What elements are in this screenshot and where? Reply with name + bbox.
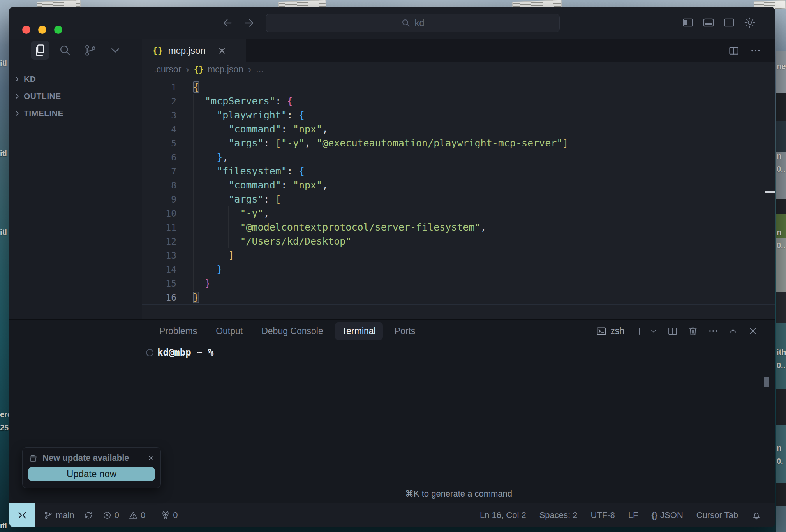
status-git-branch[interactable]: main: [44, 510, 74, 520]
line-number: 2: [142, 94, 176, 108]
activity-chevron-down-icon[interactable]: [106, 41, 125, 60]
gear-icon[interactable]: [744, 16, 756, 29]
terminal-prompt-row: kd@mbp ~ %: [146, 347, 214, 358]
code-line[interactable]: 15 }: [142, 277, 775, 291]
zoom-window-button[interactable]: [54, 26, 62, 34]
sidebar-section-outline[interactable]: OUTLINE: [9, 90, 142, 103]
breadcrumb-separator: ›: [186, 64, 189, 75]
command-decoration-icon[interactable]: [146, 349, 153, 356]
panel-tab-output[interactable]: Output: [209, 322, 250, 340]
editor-scrollbar-handle[interactable]: [765, 191, 775, 193]
code-text: }: [193, 262, 222, 277]
desktop-icon-label: 0..: [777, 165, 785, 173]
sidebar-section-kd[interactable]: KD: [9, 72, 142, 86]
status-radio-tower[interactable]: 0: [161, 510, 178, 520]
tab-label: mcp.json: [168, 45, 206, 56]
desktop-thumbnail: [776, 292, 786, 323]
git-branch-icon: [44, 511, 53, 520]
trash-icon[interactable]: [687, 326, 698, 336]
sidebar-section-timeline[interactable]: TIMELINE: [9, 107, 142, 120]
left-nav-icon[interactable]: [221, 16, 234, 30]
breadcrumb-item[interactable]: ...: [256, 64, 263, 75]
panel-left-icon[interactable]: [682, 16, 694, 29]
status-sync[interactable]: [84, 511, 93, 520]
update-now-button[interactable]: Update now: [28, 467, 155, 481]
split-editor-icon[interactable]: [728, 45, 740, 56]
desktop-icon-label: itl: [0, 150, 7, 157]
line-number: 12: [142, 234, 176, 248]
titlebar: kd: [9, 7, 775, 39]
ellipsis-icon[interactable]: [750, 45, 761, 56]
shell-selector[interactable]: zsh: [596, 326, 624, 336]
code-line[interactable]: 14 }: [142, 262, 775, 277]
code-editor[interactable]: 1{2 "mcpServers": {3 "playwright": {4 "c…: [142, 76, 775, 319]
code-line[interactable]: 9 "args": [: [142, 192, 775, 206]
tab-mcp-json[interactable]: {} mcp.json: [142, 39, 246, 62]
sidebar: KDOUTLINETIMELINE: [9, 39, 142, 319]
chevron-up-icon[interactable]: [728, 326, 738, 336]
breadcrumb-item[interactable]: .cursor: [154, 64, 181, 75]
status-error[interactable]: 0: [102, 510, 119, 520]
search-text: kd: [414, 18, 424, 28]
split-editor-icon[interactable]: [667, 326, 678, 336]
code-line[interactable]: 16}: [142, 291, 775, 305]
panel-tab-debug-console[interactable]: Debug Console: [254, 322, 330, 340]
panel-tab-ports[interactable]: Ports: [388, 322, 423, 340]
code-text: "playwright": {: [193, 108, 305, 122]
activity-files-icon[interactable]: [31, 41, 49, 60]
panel-right-icon[interactable]: [723, 16, 735, 29]
code-line[interactable]: 1{: [142, 80, 775, 94]
panel-tab-problems[interactable]: Problems: [152, 322, 204, 340]
status-bar: main000 Ln 16, Col 2Spaces: 2UTF-8LF{}JS…: [9, 503, 775, 527]
right-nav-icon[interactable]: [243, 16, 256, 30]
notification-title: New update available: [42, 453, 142, 463]
code-line[interactable]: 7 "filesystem": {: [142, 164, 775, 178]
status-utf-8[interactable]: UTF-8: [591, 510, 615, 520]
code-line[interactable]: 5 "args": ["-y", "@executeautomation/pla…: [142, 136, 775, 150]
search-input[interactable]: kd: [266, 14, 560, 32]
minimize-window-button[interactable]: [38, 26, 46, 34]
status-lf[interactable]: LF: [628, 510, 638, 520]
code-line[interactable]: 8 "command": "npx",: [142, 178, 775, 192]
indent-guide: [228, 206, 229, 248]
tab-close-icon[interactable]: [217, 46, 227, 56]
code-line[interactable]: 11 "@modelcontextprotocol/server-filesys…: [142, 220, 775, 234]
status-warning[interactable]: 0: [129, 510, 145, 520]
code-line[interactable]: 13 ]: [142, 248, 775, 262]
close-window-button[interactable]: [22, 26, 30, 34]
desktop-thumbnail: [776, 93, 786, 121]
ellipsis-icon[interactable]: [708, 326, 719, 336]
status-spaces-2[interactable]: Spaces: 2: [539, 510, 578, 520]
panel-bottom-icon[interactable]: [702, 16, 715, 29]
panel-tab-terminal[interactable]: Terminal: [335, 322, 383, 340]
terminal-scrollbar[interactable]: [764, 377, 769, 387]
remote-indicator-button[interactable]: [9, 503, 35, 527]
desktop-icon-label: 0.: [777, 457, 783, 465]
breadcrumb[interactable]: .cursor›{}mcp.json›...: [142, 62, 775, 76]
line-number: 15: [142, 277, 176, 291]
activity-search-icon[interactable]: [56, 41, 74, 60]
code-line[interactable]: 6 },: [142, 150, 775, 164]
status-ln-16-col-2[interactable]: Ln 16, Col 2: [480, 510, 526, 520]
activity-source-control-icon[interactable]: [81, 41, 100, 60]
status-bell[interactable]: [751, 510, 761, 520]
code-line[interactable]: 2 "mcpServers": {: [142, 94, 775, 108]
code-line[interactable]: 3 "playwright": {: [142, 108, 775, 122]
status-label: Ln 16, Col 2: [480, 510, 526, 520]
plus-icon[interactable]: [634, 326, 645, 336]
app-window: kd KDOUTLINETIMELINE {} mcp.json .cursor…: [9, 7, 775, 527]
desktop-icon-label: itl: [0, 522, 7, 530]
titlebar-layout-icons: [682, 16, 756, 29]
code-line[interactable]: 4 "command": "npx",: [142, 122, 775, 136]
warning-icon: [129, 511, 138, 520]
notification-close-icon[interactable]: [147, 454, 155, 462]
breadcrumb-item[interactable]: {}mcp.json: [194, 64, 243, 75]
status-cursor-tab[interactable]: Cursor Tab: [696, 510, 738, 520]
code-line[interactable]: 12 "/Users/kd/Desktop": [142, 234, 775, 248]
status-json[interactable]: {}JSON: [652, 510, 683, 520]
code-line[interactable]: 10 "-y",: [142, 206, 775, 220]
terminal-icon: [596, 326, 607, 336]
chevron-down-icon[interactable]: [649, 327, 658, 335]
close-icon[interactable]: [747, 326, 758, 336]
search-icon: [401, 18, 411, 28]
